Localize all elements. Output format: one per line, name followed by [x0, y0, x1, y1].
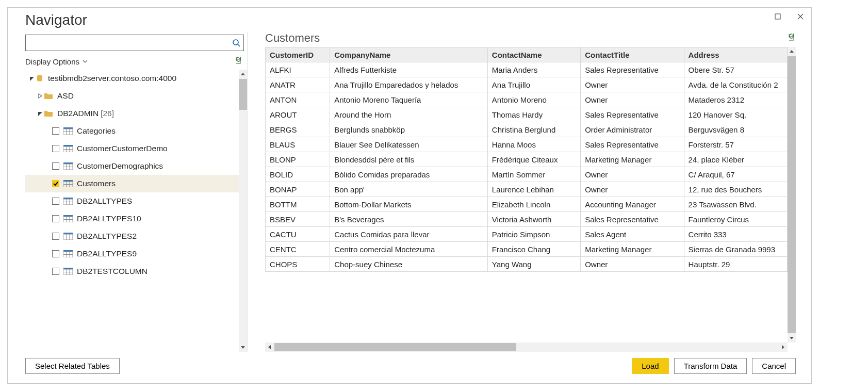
tree-scrollbar[interactable]	[239, 70, 247, 352]
preview-table: CustomerIDCompanyNameContactNameContactT…	[265, 47, 788, 272]
table-icon	[63, 268, 73, 275]
cell: ANTON	[266, 92, 330, 107]
tree-table[interactable]: CustomerCustomerDemo	[25, 140, 239, 157]
tree-table[interactable]: DB2ALLTYPES	[25, 192, 239, 210]
scroll-thumb[interactable]	[788, 56, 796, 333]
transform-data-button[interactable]: Transform Data	[674, 358, 747, 374]
cell: BOLID	[266, 167, 330, 182]
tree-table[interactable]: CustomerDemographics	[25, 157, 239, 175]
table-row[interactable]: ALFKIAlfreds FutterkisteMaria AndersSale…	[266, 62, 788, 77]
preview-horizontal-scrollbar[interactable]	[265, 342, 788, 352]
column-header[interactable]: CustomerID	[266, 47, 330, 62]
table-row[interactable]: BOLIDBólido Comidas preparadasMartín Som…	[266, 167, 788, 182]
tree-table[interactable]: DB2ALLTYPES2	[25, 227, 239, 245]
cell: Marketing Manager	[581, 242, 684, 257]
scroll-up-icon[interactable]	[788, 47, 796, 56]
checkbox[interactable]	[52, 162, 59, 170]
column-header[interactable]: Address	[684, 47, 787, 62]
cell: CACTU	[266, 227, 330, 242]
tree-table[interactable]: Categories	[25, 122, 239, 140]
tree-root[interactable]: testibmdb2server.contoso.com:4000	[25, 70, 239, 87]
scroll-right-icon[interactable]	[778, 342, 788, 352]
table-row[interactable]: ANATRAna Trujillo Emparedados y heladosA…	[266, 77, 788, 92]
checkbox[interactable]	[52, 268, 59, 275]
table-row[interactable]: BERGSBerglunds snabbköpChristina Berglun…	[266, 122, 788, 137]
scroll-thumb[interactable]	[239, 79, 247, 110]
scroll-thumb[interactable]	[274, 343, 516, 351]
cell: Berglunds snabbköp	[330, 122, 488, 137]
tree-table[interactable]: Customers	[25, 175, 239, 192]
scroll-up-icon[interactable]	[239, 70, 247, 79]
cell: Mataderos 2312	[684, 92, 787, 107]
tree-table[interactable]: DB2ALLTYPES10	[25, 210, 239, 227]
column-header[interactable]: ContactTitle	[581, 47, 684, 62]
table-row[interactable]: CHOPSChop-suey ChineseYang WangOwnerHaup…	[266, 257, 788, 272]
cell: Alfreds Futterkiste	[330, 62, 488, 77]
cell: BSBEV	[266, 212, 330, 227]
cancel-button[interactable]: Cancel	[752, 358, 796, 374]
column-header[interactable]: CompanyName	[330, 47, 488, 62]
close-icon[interactable]	[794, 10, 807, 23]
cell: BLONP	[266, 152, 330, 167]
tree-table[interactable]: DB2ALLTYPES9	[25, 245, 239, 263]
table-icon	[63, 250, 73, 257]
cell: Sales Representative	[581, 107, 684, 122]
checkbox[interactable]	[52, 145, 59, 152]
table-row[interactable]: BSBEVB's BeveragesVictoria AshworthSales…	[266, 212, 788, 227]
search-icon[interactable]	[229, 39, 243, 47]
chevron-icon[interactable]	[37, 93, 44, 99]
table-row[interactable]: BONAPBon app'Laurence LebihanOwner12, ru…	[266, 182, 788, 197]
checkbox[interactable]	[52, 233, 59, 240]
cell: Ana Trujillo Emparedados y helados	[330, 77, 488, 92]
table-row[interactable]: AROUTAround the HornThomas HardySales Re…	[266, 107, 788, 122]
folder-icon	[44, 110, 53, 117]
checkbox[interactable]	[52, 215, 59, 222]
table-row[interactable]: CENTCCentro comercial MoctezumaFrancisco…	[266, 242, 788, 257]
cell: Bon app'	[330, 182, 488, 197]
table-row[interactable]: ANTONAntonio Moreno TaqueríaAntonio More…	[266, 92, 788, 107]
display-options-dropdown[interactable]: Display Options	[25, 57, 88, 66]
checkbox[interactable]	[52, 180, 59, 187]
preview-vertical-scrollbar[interactable]	[788, 47, 796, 342]
scroll-down-icon[interactable]	[239, 342, 247, 352]
load-button[interactable]: Load	[632, 358, 668, 374]
table-row[interactable]: CACTUCactus Comidas para llevarPatricio …	[266, 227, 788, 242]
chevron-down-icon[interactable]	[28, 76, 36, 81]
tree-schema[interactable]: ASD	[25, 87, 239, 105]
cell: Sales Representative	[581, 62, 684, 77]
table-icon	[63, 233, 73, 240]
cell: Berguvsvägen 8	[684, 122, 787, 137]
checkbox[interactable]	[52, 250, 59, 257]
cell: Owner	[581, 92, 684, 107]
cell: Yang Wang	[487, 257, 580, 272]
footer: Select Related Tables Load Transform Dat…	[8, 352, 811, 383]
cell: Avda. de la Constitución 2	[684, 77, 787, 92]
cell: 120 Hanover Sq.	[684, 107, 787, 122]
preview-panel: Customers CustomerIDCompanyNameContactNa…	[247, 31, 796, 352]
maximize-icon[interactable]	[771, 10, 784, 23]
tree-schema[interactable]: DB2ADMIN[26]	[25, 105, 239, 122]
table-row[interactable]: BOTTMBottom-Dollar MarketsElizabeth Linc…	[266, 197, 788, 212]
column-header[interactable]: ContactName	[487, 47, 580, 62]
table-row[interactable]: BLAUSBlauer See DelikatessenHanna MoosSa…	[266, 137, 788, 152]
titlebar	[767, 8, 811, 25]
scroll-down-icon[interactable]	[788, 333, 796, 342]
table-icon	[63, 215, 73, 222]
cell: Owner	[581, 257, 684, 272]
cell: Blauer See Delikatessen	[330, 137, 488, 152]
navigator-tree: testibmdb2server.contoso.com:4000ASDDB2A…	[25, 70, 239, 352]
scroll-left-icon[interactable]	[265, 342, 274, 352]
search-input[interactable]	[26, 39, 229, 47]
table-row[interactable]: BLONPBlondesddsl père et filsFrédérique …	[266, 152, 788, 167]
refresh-preview-icon[interactable]	[788, 33, 796, 43]
cell: Accounting Manager	[581, 197, 684, 212]
select-related-tables-button[interactable]: Select Related Tables	[25, 358, 120, 374]
checkbox[interactable]	[52, 198, 59, 205]
table-label: DB2ALLTYPES	[77, 197, 132, 206]
checkbox[interactable]	[52, 127, 59, 135]
table-label: DB2ALLTYPES9	[77, 249, 137, 258]
chevron-icon[interactable]	[37, 111, 44, 116]
refresh-tree-icon[interactable]	[235, 56, 243, 67]
tree-table[interactable]: DB2TESTCOLUMN	[25, 263, 239, 280]
cell: Chop-suey Chinese	[330, 257, 488, 272]
